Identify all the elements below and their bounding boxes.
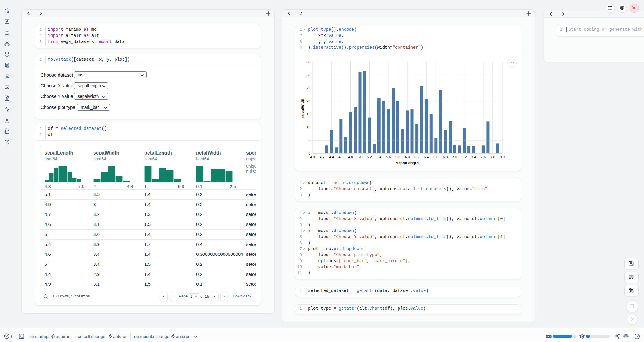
svg-text:6.4: 6.4	[424, 155, 429, 159]
svg-text:25: 25	[306, 86, 310, 90]
svg-text:0: 0	[309, 151, 310, 155]
svg-text:7.0: 7.0	[453, 155, 457, 159]
svg-text:sepalLength: sepalLength	[396, 161, 419, 165]
svg-text:5: 5	[309, 138, 310, 142]
svg-text:5.4: 5.4	[377, 155, 382, 159]
svg-text:6.8: 6.8	[443, 155, 448, 159]
svg-text:6.2: 6.2	[414, 155, 419, 159]
svg-text:4.4: 4.4	[329, 155, 334, 159]
svg-text:10: 10	[306, 125, 310, 129]
svg-text:7.4: 7.4	[471, 155, 477, 159]
svg-text:4.8: 4.8	[348, 155, 353, 159]
svg-text:5.2: 5.2	[367, 155, 372, 159]
svg-text:8.0: 8.0	[500, 155, 505, 159]
svg-text:7.2: 7.2	[462, 155, 467, 159]
svg-text:6.6: 6.6	[433, 155, 438, 159]
svg-text:4.6: 4.6	[338, 155, 343, 159]
svg-text:5.6: 5.6	[386, 155, 391, 159]
svg-text:5.8: 5.8	[395, 155, 400, 159]
svg-text:4.2: 4.2	[320, 155, 324, 159]
svg-text:6.0: 6.0	[405, 155, 410, 159]
svg-text:20: 20	[306, 99, 310, 103]
svg-text:30: 30	[306, 73, 310, 77]
svg-text:sepalWidth: sepalWidth	[301, 98, 305, 118]
svg-text:35: 35	[306, 60, 310, 64]
svg-text:15: 15	[306, 112, 310, 116]
svg-text:7.8: 7.8	[490, 155, 495, 159]
svg-text:7.6: 7.6	[481, 155, 486, 159]
svg-text:5.0: 5.0	[358, 155, 363, 159]
svg-text:4.0: 4.0	[310, 155, 315, 159]
